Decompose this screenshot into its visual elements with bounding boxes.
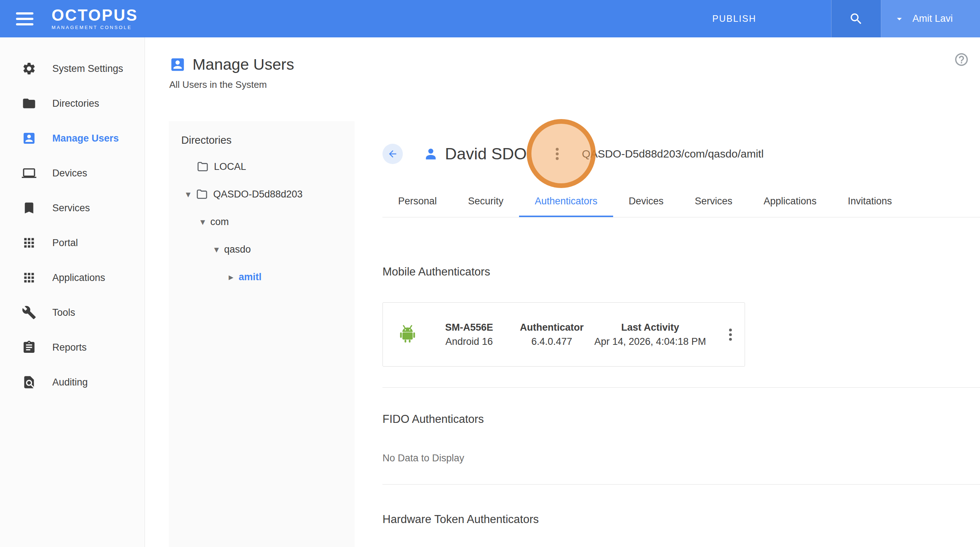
last-activity-label: Last Activity xyxy=(593,322,707,333)
folder-icon xyxy=(196,188,213,200)
tree-node-label: QASDO-D5d88d203 xyxy=(213,189,302,200)
logo-subtitle: MANAGEMENT CONSOLE xyxy=(52,25,138,30)
arrow-left-icon xyxy=(387,149,398,159)
tree-node-amitl[interactable]: ▸ amitl xyxy=(169,263,355,291)
user-directory-path: QASDO-D5d88d203/com/qasdo/amitl xyxy=(582,148,764,160)
authenticator-actions-menu-button[interactable] xyxy=(722,327,738,342)
tab-personal[interactable]: Personal xyxy=(382,187,453,217)
tree-node-label: amitl xyxy=(239,271,261,283)
user-detail-tabs: Personal Security Authenticators Devices… xyxy=(382,187,980,217)
gear-icon xyxy=(22,61,36,76)
kebab-menu-icon xyxy=(549,146,565,162)
laptop-icon xyxy=(22,166,36,181)
sidebar-item-system-settings[interactable]: System Settings xyxy=(0,51,145,86)
main-content: Manage Users All Users in the System Dir… xyxy=(145,37,980,547)
user-actions-menu-button[interactable] xyxy=(549,146,565,162)
mobile-authenticator-card: SM-A556E Android 16 Authenticator 6.4.0.… xyxy=(382,302,745,366)
sidebar-item-label: Directories xyxy=(52,98,99,109)
device-model-cell: SM-A556E Android 16 xyxy=(430,322,508,347)
sidebar-item-label: Auditing xyxy=(52,377,88,388)
tab-devices[interactable]: Devices xyxy=(613,187,679,217)
sidebar-item-label: System Settings xyxy=(52,63,123,75)
search-icon xyxy=(849,12,864,26)
user-detail-header: David SDO QASDO-D5d88d203/com/qasdo/amit… xyxy=(382,141,764,167)
page-title: Manage Users xyxy=(192,55,294,73)
tab-invitations[interactable]: Invitations xyxy=(832,187,908,217)
tree-node-com[interactable]: ▾ com xyxy=(169,208,355,236)
tab-applications[interactable]: Applications xyxy=(748,187,832,217)
bookmark-icon xyxy=(22,201,36,215)
tree-node-label: LOCAL xyxy=(214,161,246,173)
sidebar-item-auditing[interactable]: Auditing xyxy=(0,365,145,400)
mobile-authenticators-title: Mobile Authenticators xyxy=(382,265,490,278)
chevron-expanded-icon[interactable]: ▾ xyxy=(211,244,222,255)
kebab-menu-icon xyxy=(722,327,738,342)
tab-services[interactable]: Services xyxy=(679,187,748,217)
sidebar-item-label: Tools xyxy=(52,307,75,318)
logo-title: OCTOPUS xyxy=(52,7,138,23)
last-activity-value: Apr 14, 2026, 4:04:18 PM xyxy=(593,336,707,347)
sidebar-item-label: Services xyxy=(52,203,90,214)
top-bar: OCTOPUS MANAGEMENT CONSOLE PUBLISH Amit … xyxy=(0,0,980,37)
directories-panel: Directories LOCAL ▾ QASDO-D5d88d203 ▾ co… xyxy=(169,121,355,547)
publish-button[interactable]: PUBLISH xyxy=(710,13,759,24)
section-divider xyxy=(382,387,980,388)
tree-node-local[interactable]: LOCAL xyxy=(169,153,355,181)
user-name: Amit Lavi xyxy=(912,13,953,24)
tab-authenticators[interactable]: Authenticators xyxy=(519,187,613,217)
device-model: SM-A556E xyxy=(430,322,508,333)
sidebar-item-services[interactable]: Services xyxy=(0,190,145,225)
user-badge-icon xyxy=(22,131,36,146)
help-button[interactable] xyxy=(954,52,969,67)
tab-security[interactable]: Security xyxy=(453,187,519,217)
folder-icon xyxy=(197,160,214,173)
sidebar-item-label: Manage Users xyxy=(52,133,119,144)
hamburger-icon xyxy=(16,12,33,14)
tree-node-qasdo-domain[interactable]: ▾ QASDO-D5d88d203 xyxy=(169,181,355,208)
user-badge-icon xyxy=(169,56,186,73)
grid-icon xyxy=(22,236,36,250)
clipboard-icon xyxy=(22,340,36,355)
directories-panel-title: Directories xyxy=(169,121,355,147)
app-logo: OCTOPUS MANAGEMENT CONSOLE xyxy=(52,7,138,30)
chevron-expanded-icon[interactable]: ▾ xyxy=(183,189,194,200)
sidebar-item-label: Portal xyxy=(52,237,78,249)
android-icon xyxy=(398,324,418,346)
sidebar-item-label: Applications xyxy=(52,272,105,284)
document-search-icon xyxy=(22,375,36,390)
search-button[interactable] xyxy=(831,0,881,37)
authenticator-version-cell: Authenticator 6.4.0.477 xyxy=(512,322,592,347)
page-subtitle: All Users in the System xyxy=(169,79,294,90)
chevron-expanded-icon[interactable]: ▾ xyxy=(197,216,208,227)
chevron-down-icon xyxy=(894,13,905,25)
user-menu-button[interactable]: Amit Lavi xyxy=(881,0,980,37)
sidebar-item-directories[interactable]: Directories xyxy=(0,86,145,121)
authenticator-label: Authenticator xyxy=(512,322,592,333)
sidebar-item-label: Reports xyxy=(52,342,87,353)
wrench-icon xyxy=(22,305,36,320)
back-button[interactable] xyxy=(382,144,403,164)
authenticator-version: 6.4.0.477 xyxy=(512,336,592,347)
sidebar-item-reports[interactable]: Reports xyxy=(0,330,145,365)
page-header: Manage Users All Users in the System xyxy=(169,55,294,90)
hardware-token-authenticators-title: Hardware Token Authenticators xyxy=(382,513,539,526)
tree-node-qasdo[interactable]: ▾ qasdo xyxy=(169,236,355,263)
hamburger-menu-button[interactable] xyxy=(16,8,37,29)
folder-icon xyxy=(22,96,36,111)
chevron-collapsed-icon[interactable]: ▸ xyxy=(226,271,237,282)
directory-tree: LOCAL ▾ QASDO-D5d88d203 ▾ com ▾ qasdo ▸ … xyxy=(169,153,355,291)
fido-authenticators-title: FIDO Authenticators xyxy=(382,413,484,426)
sidebar-item-label: Devices xyxy=(52,168,87,179)
user-display-name: David SDO xyxy=(445,144,527,163)
sidebar-item-manage-users[interactable]: Manage Users xyxy=(0,121,145,156)
person-icon xyxy=(422,146,439,162)
fido-empty-state: No Data to Display xyxy=(382,453,464,464)
tree-node-label: com xyxy=(210,216,229,228)
help-icon xyxy=(954,52,969,67)
sidebar-item-tools[interactable]: Tools xyxy=(0,295,145,330)
sidebar-item-applications[interactable]: Applications xyxy=(0,260,145,295)
grid-icon xyxy=(22,270,36,285)
sidebar-item-devices[interactable]: Devices xyxy=(0,156,145,190)
sidebar: System Settings Directories Manage Users… xyxy=(0,37,145,547)
sidebar-item-portal[interactable]: Portal xyxy=(0,225,145,260)
